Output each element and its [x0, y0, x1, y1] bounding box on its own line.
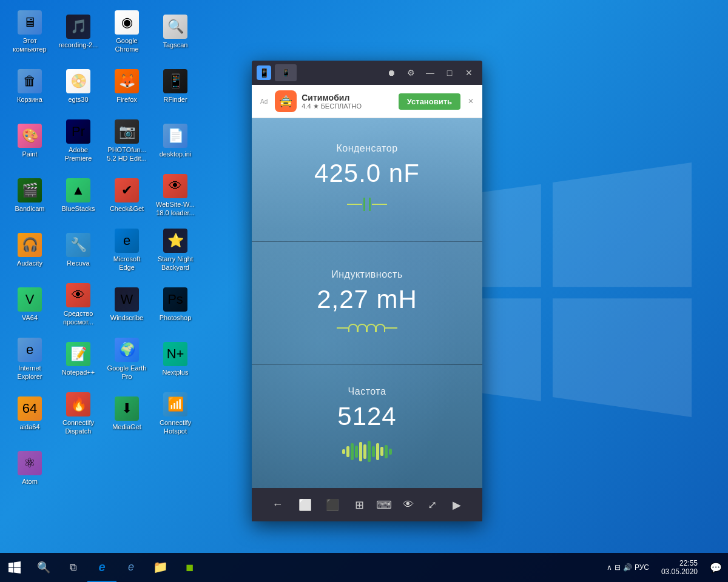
ad-app-name: Ситимобил [302, 93, 394, 102]
systray-speaker[interactable]: 🔊 [623, 563, 632, 572]
paint-label: Paint [22, 150, 37, 158]
aida64-icon: 64 [18, 396, 42, 421]
freq-bar-7 [368, 441, 371, 462]
recuva-label: Recuva [67, 259, 89, 267]
desktop-icon-aida64[interactable]: 64aida64 [6, 388, 53, 440]
next-nav-button[interactable]: ▶ [446, 494, 468, 516]
ad-label: Ad [258, 98, 270, 105]
menu-nav-button[interactable]: ⬛ [322, 494, 343, 516]
desktop-icon-photofun[interactable]: 📷PHOTOfun... 5.2 HD Edit... [103, 115, 150, 167]
desktop-icon-bandicam[interactable]: 🎬Bandicam [6, 170, 53, 221]
desktop-icon-mediaget[interactable]: ⬇MediaGet [103, 388, 150, 440]
phone-screen: Конденсатор 425.0 nF Индуктивность 2,27 … [252, 118, 482, 488]
record-button[interactable]: ⏺ [383, 64, 400, 81]
bluestacks-label: BlueStacks [61, 205, 95, 213]
ad-app-icon: 🚖 [275, 90, 297, 112]
premiere-icon: Pr [66, 119, 90, 144]
desktop-icon-this-computer[interactable]: 🖥Этот компьютер [6, 6, 53, 58]
settings-button[interactable]: ⚙ [402, 64, 419, 81]
minimize-button[interactable]: — [422, 64, 439, 81]
desktop-icon-audacity[interactable]: 🎧Audacity [6, 224, 53, 276]
ind-coil-3 [366, 324, 376, 332]
systray-language[interactable]: РУС [635, 563, 649, 572]
capacitor-label: Конденсатор [336, 143, 397, 154]
desktop-icon-photoshop[interactable]: PsPhotoshop [152, 279, 199, 330]
emulator-tab[interactable]: 📱 [275, 64, 297, 81]
desktop-icon-ie[interactable]: eInternet Explorer [6, 333, 53, 385]
notification-button[interactable]: 💬 [704, 553, 728, 582]
keyboard-nav-button[interactable]: ⌨ [373, 494, 395, 516]
desktop-icon-windscribe[interactable]: WWindscribe [103, 279, 150, 330]
desktop-icon-recycle[interactable]: 🗑Корзина [6, 61, 53, 112]
desktop-icon-website[interactable]: 👁WebSite-W... 18.0 loader... [152, 170, 199, 221]
maximize-button[interactable]: □ [441, 64, 458, 81]
frequency-section[interactable]: Частота 5124 [252, 365, 482, 488]
desktop-icon-egts30[interactable]: 📀egts30 [55, 61, 102, 112]
taskbar-clock[interactable]: 22:55 03.05.2020 [655, 559, 704, 576]
desktop-icon-va64[interactable]: VVA64 [6, 279, 53, 330]
grid-nav-button[interactable]: ⊞ [349, 494, 371, 516]
desktop-icon-nextplus[interactable]: N+Nextplus [152, 333, 199, 385]
inductor-label: Индуктивность [331, 269, 403, 280]
freq-bar-1 [342, 449, 345, 454]
task-view-button[interactable]: ⧉ [58, 553, 87, 582]
desktop-icon-recording[interactable]: 🎵recording-2... [55, 6, 102, 58]
desktop-icon-starry[interactable]: ⭐Starry Night Backyard [152, 224, 199, 276]
freq-bar-5 [359, 442, 362, 461]
firefox-label: Firefox [116, 96, 137, 104]
systray-monitor[interactable]: ⊟ [615, 563, 621, 572]
desktopini-icon: 📄 [163, 124, 187, 148]
desktop-icon-bluestacks[interactable]: ▲BlueStacks [55, 170, 102, 221]
capacitor-section[interactable]: Конденсатор 425.0 nF [252, 118, 482, 241]
taskbar-items: e e 📁 ◼ [87, 553, 601, 582]
desktop-icon-paint[interactable]: 🎨Paint [6, 115, 53, 167]
desktop-icon-chrome[interactable]: ◉Google Chrome [103, 6, 150, 58]
ad-close-button[interactable]: ✕ [465, 97, 476, 105]
inductor-value: 2,27 mH [317, 285, 417, 314]
back-nav-button[interactable]: ← [267, 494, 289, 516]
expand-nav-button[interactable]: ⤢ [422, 494, 443, 516]
bandicam-label: Bandicam [15, 205, 45, 213]
desktop-icon-rfinder[interactable]: 📱RFinder [152, 61, 199, 112]
inductor-section[interactable]: Индуктивность 2,27 mH [252, 242, 482, 365]
desktop-icon-tagscan[interactable]: 🔍Tagscan [152, 6, 199, 58]
ind-coil-2 [357, 324, 367, 332]
freq-bar-11 [385, 445, 388, 458]
recycle-label: Корзина [17, 96, 42, 104]
viewer-label: Средство просмот... [57, 310, 99, 326]
desktop-icon-atom[interactable]: ⚛Atom [6, 443, 53, 494]
taskbar-geforce-item[interactable]: ◼ [175, 553, 204, 582]
taskbar-folder-item[interactable]: 📁 [146, 553, 175, 582]
desktop-icon-notepad[interactable]: 📝Notepad++ [55, 333, 102, 385]
taskbar-edge-item[interactable]: e [87, 553, 116, 582]
start-button[interactable] [0, 553, 29, 582]
desktop-icon-recuva[interactable]: 🔧Recuva [55, 224, 102, 276]
close-button[interactable]: ✕ [460, 64, 477, 81]
desktop-icon-gearth[interactable]: 🌍Google Earth Pro [103, 333, 150, 385]
desktop-icon-connectify[interactable]: 🔥Connectify Dispatch [55, 388, 102, 440]
desktop-icon-chspot[interactable]: 📶Connectify Hotspot [152, 388, 199, 440]
cap-line-right [372, 204, 387, 205]
photoshop-label: Photoshop [160, 314, 192, 322]
ie-label: Internet Explorer [8, 364, 51, 380]
atom-label: Atom [22, 478, 38, 486]
desktop-icon-checkget[interactable]: ✔Check&Get [103, 170, 150, 221]
website-label: WebSite-W... 18.0 loader... [154, 201, 197, 216]
ind-line-left [337, 327, 349, 329]
ad-install-button[interactable]: Установить [399, 93, 460, 110]
desktop-icon-premiere[interactable]: PrAdobe Premiere [55, 115, 102, 167]
desktop-icon-viewer[interactable]: 👁Средство просмот... [55, 279, 102, 330]
taskbar-ie-item[interactable]: e [116, 553, 146, 582]
desktop-icon-firefox[interactable]: 🦊Firefox [103, 61, 150, 112]
recycle-icon: 🗑 [18, 69, 42, 93]
taskbar-search-button[interactable]: 🔍 [29, 553, 58, 582]
mediaget-icon: ⬇ [115, 396, 139, 421]
eye-nav-button[interactable]: 👁 [397, 494, 419, 516]
systray-arrow[interactable]: ∧ [607, 563, 612, 572]
starry-icon: ⭐ [163, 229, 187, 253]
desktop-icon-desktopini[interactable]: 📄desktop.ini [152, 115, 199, 167]
desktop-icon-msedge[interactable]: eMicrosoft Edge [103, 224, 150, 276]
home-nav-button[interactable]: ⬜ [294, 494, 316, 516]
frequency-label: Частота [348, 386, 386, 397]
firefox-icon: 🦊 [115, 69, 139, 93]
